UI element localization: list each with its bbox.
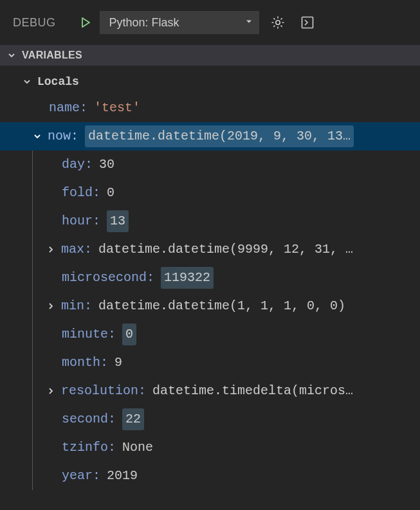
variables-tree: Locals name: 'test' now: datetime.dateti… — [0, 66, 420, 490]
var-value: 0 — [122, 323, 136, 345]
svg-point-0 — [275, 21, 279, 24]
var-value: 119322 — [161, 267, 214, 289]
debug-console-icon[interactable] — [297, 12, 318, 33]
var-resolution[interactable]: resolution: datetime.timedelta(micros… — [33, 377, 420, 405]
var-year[interactable]: year: 2019 — [33, 462, 420, 490]
var-value: datetime.datetime(9999, 12, 31, … — [98, 239, 353, 260]
chevron-down-icon — [31, 130, 44, 143]
var-key: hour: — [62, 211, 100, 232]
locals-scope[interactable]: Locals — [0, 69, 420, 94]
var-month[interactable]: month: 9 — [33, 349, 420, 377]
debug-config-select[interactable]: Python: Flask — [100, 11, 259, 34]
settings-icon[interactable] — [267, 12, 289, 33]
var-key: fold: — [62, 183, 100, 203]
var-value: 9 — [114, 352, 122, 373]
dropdown-arrow-icon — [244, 16, 253, 30]
var-key: name: — [49, 98, 87, 118]
var-key: month: — [62, 352, 108, 373]
chevron-down-icon — [21, 75, 33, 88]
var-now[interactable]: now: datetime.datetime(2019, 9, 30, 13… — [0, 122, 420, 150]
var-key: year: — [62, 466, 100, 486]
var-hour[interactable]: hour: 13 — [33, 207, 420, 235]
var-key: min: — [61, 296, 92, 316]
var-max[interactable]: max: datetime.datetime(9999, 12, 31, … — [33, 235, 420, 264]
var-value: datetime.datetime(2019, 9, 30, 13… — [85, 125, 354, 147]
var-value: None — [122, 437, 153, 458]
var-fold[interactable]: fold: 0 — [33, 179, 420, 207]
var-value: 13 — [107, 210, 129, 232]
var-key: day: — [62, 154, 93, 175]
var-key: tzinfo: — [62, 437, 116, 458]
var-minute[interactable]: minute: 0 — [33, 320, 420, 349]
var-key: minute: — [62, 324, 116, 345]
var-key: second: — [62, 409, 116, 430]
chevron-right-icon — [44, 243, 57, 256]
chevron-down-icon — [5, 49, 18, 62]
chevron-right-icon — [44, 300, 57, 313]
variables-section-header[interactable]: VARIABLES — [0, 45, 420, 66]
var-value: 22 — [122, 408, 144, 430]
var-value: 30 — [99, 154, 114, 175]
var-name[interactable]: name: 'test' — [0, 94, 420, 122]
var-value: datetime.datetime(1, 1, 1, 0, 0) — [98, 296, 345, 316]
toolbar-title: DEBUG — [13, 16, 56, 30]
var-second[interactable]: second: 22 — [33, 405, 420, 433]
debug-toolbar: DEBUG Python: Flask — [0, 0, 420, 45]
var-min[interactable]: min: datetime.datetime(1, 1, 1, 0, 0) — [33, 292, 420, 320]
start-debug-icon[interactable] — [79, 16, 92, 29]
var-tzinfo[interactable]: tzinfo: None — [33, 433, 420, 462]
locals-label: Locals — [37, 73, 79, 91]
variables-label: VARIABLES — [22, 50, 82, 61]
var-day[interactable]: day: 30 — [33, 150, 420, 179]
var-value: 'test' — [94, 98, 140, 118]
var-key: resolution: — [61, 381, 146, 401]
var-value: datetime.timedelta(micros… — [152, 381, 353, 401]
var-microsecond[interactable]: microsecond: 119322 — [33, 264, 420, 292]
var-value: 2019 — [107, 466, 138, 486]
config-label: Python: Flask — [109, 16, 179, 30]
chevron-right-icon — [44, 385, 57, 397]
var-key: microsecond: — [62, 268, 154, 288]
var-key: max: — [61, 239, 92, 260]
var-value: 0 — [107, 183, 114, 203]
var-key: now: — [48, 126, 78, 147]
